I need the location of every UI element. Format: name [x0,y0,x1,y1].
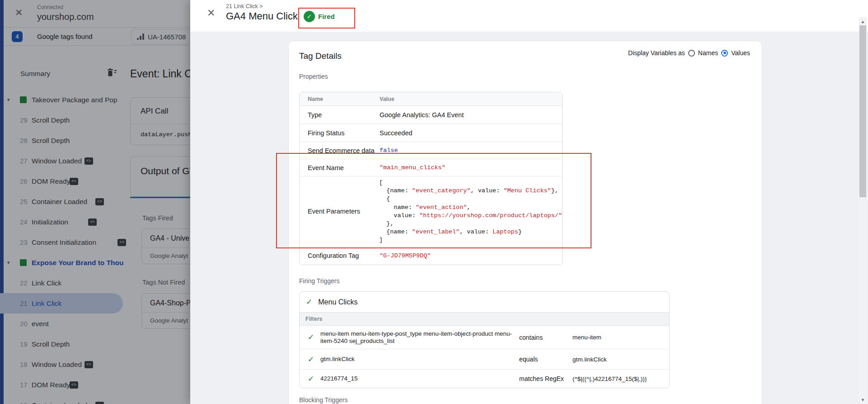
property-name: Event Parameters [300,176,379,246]
properties-label: Properties [299,73,328,80]
column-value: Value [380,96,394,102]
property-value: Succeeded [380,124,562,142]
trigger-check-icon: ✓ [306,297,312,307]
trigger-name: Menu Clicks [318,298,357,306]
code-line: [ [379,179,562,187]
property-row: Event Name"main_menu_clicks" [300,159,562,176]
scrollbar[interactable]: ▲ ▼ [859,17,867,404]
tag-detail-modal: ✕ 21 Link Click > GA4 Menu Click ✓ Fired… [190,0,868,404]
filter-row: ✓gtm.linkClickequalsgtm.linkClick [300,349,669,370]
property-value: false [380,142,562,159]
tag-title: GA4 Menu Click [226,10,298,22]
radio-values-label[interactable]: Values [731,49,750,57]
properties-table-header: Name Value [300,92,562,106]
code-line: name: "event_action", [379,204,562,212]
display-variables-control: Display Variables as Names Values [628,49,750,57]
tag-details-heading: Tag Details [299,51,342,61]
modal-close-icon[interactable]: ✕ [207,7,215,19]
properties-rows: TypeGoogle Analytics: GA4 EventFiring St… [300,106,562,265]
trigger-name-row[interactable]: ✓ Menu Clicks [300,292,669,312]
firing-trigger-card: ✓ Menu Clicks Filters ✓menu-item menu-it… [299,291,670,388]
filter-value: gtm.linkClick [572,356,669,363]
filter-row: ✓42216774_15matches RegEx(^$|((^|,)42216… [300,370,669,388]
property-name: Send Ecommerce data [300,142,380,159]
property-value: [ {name: "event_category", value: "Menu … [379,176,562,246]
filter-operator: equals [519,356,572,363]
blocking-triggers-heading: Blocking Triggers [299,396,347,404]
code-line: { [379,195,562,203]
code-line: }, [379,220,562,228]
code-line: ] [379,236,562,244]
display-variables-label: Display Variables as [628,49,685,57]
filter-value: menu-item [572,334,669,341]
firing-triggers-heading: Firing Triggers [299,277,339,285]
filter-operator: matches RegEx [519,375,572,382]
radio-names[interactable] [688,50,695,57]
filter-row: ✓menu-item menu-item-type-post_type menu… [300,326,669,349]
dim-overlay [0,0,190,404]
property-name: Firing Status [300,124,380,142]
filter-field: gtm.linkClick [311,356,519,363]
property-row: TypeGoogle Analytics: GA4 Event [300,106,562,124]
scrollbar-thumb[interactable] [859,25,866,197]
debugger-background: ✕ Connected yourshop.com 4 Google tags f… [0,0,190,404]
annotation-box-fired [298,8,355,29]
modal-header: ✕ 21 Link Click > GA4 Menu Click ✓ Fired [190,0,868,32]
filter-operator: contains [519,334,572,341]
scroll-down-arrow[interactable]: ▼ [859,398,867,402]
filter-field: menu-item menu-item-type-post_type menu-… [311,330,519,344]
radio-values[interactable] [721,50,728,57]
code-line: value: "https://yourshop.com/product/lap… [379,212,562,220]
code-line: {name: "event_category", value: "Menu Cl… [379,187,562,195]
code-line: {name: "event_label", value: Laptops} [379,228,562,236]
filter-check-icon: ✓ [300,333,311,342]
tag-details-card: Display Variables as Names Values Tag De… [288,41,762,404]
filter-rows: ✓menu-item menu-item-type-post_type menu… [300,326,669,388]
property-value: Google Analytics: GA4 Event [380,106,562,124]
event-parameters-code: [ {name: "event_category", value: "Menu … [379,176,562,245]
filter-check-icon: ✓ [300,374,311,384]
property-row: Event Parameters[ {name: "event_category… [300,176,562,247]
radio-names-label[interactable]: Names [698,49,718,57]
filter-value: (^$|((^|,)42216774_15($|,))) [572,375,669,382]
modal-body: Display Variables as Names Values Tag De… [190,32,868,404]
column-name: Name [300,96,380,102]
filters-header: Filters [300,312,669,326]
filter-field: 42216774_15 [311,375,519,382]
property-row: Send Ecommerce datafalse [300,142,562,159]
property-row: Firing StatusSucceeded [300,124,562,142]
property-value: "main_menu_clicks" [380,159,562,176]
scroll-up-arrow[interactable]: ▲ [859,19,867,24]
filter-check-icon: ✓ [300,355,311,364]
property-row: Configuration Tag"G-JD79M5P9DQ" [300,247,562,265]
property-value: "G-JD79M5P9DQ" [380,247,562,265]
property-name: Type [300,106,380,124]
properties-table: Name Value TypeGoogle Analytics: GA4 Eve… [299,92,563,265]
breadcrumb[interactable]: 21 Link Click > [226,3,263,10]
property-name: Configuration Tag [300,247,380,265]
property-name: Event Name [300,159,380,176]
tag-assistant-screen: ✕ Connected yourshop.com 4 Google tags f… [0,0,868,404]
